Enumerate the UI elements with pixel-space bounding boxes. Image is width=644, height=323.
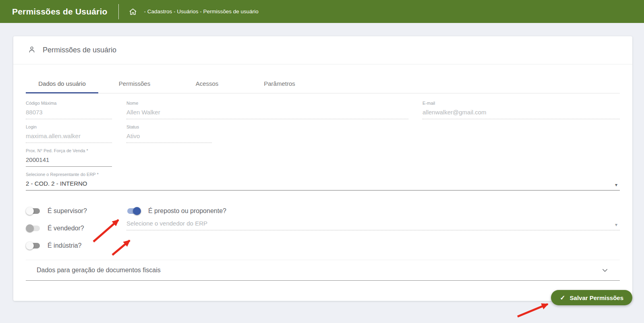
prox-num-pedido-value: 2000141 [26,156,112,167]
tab-dados-do-usuario[interactable]: Dados do usuário [26,74,98,93]
representante-erp-value: 2 - COD. 2 - INTERNO [26,180,620,190]
vendedor-toggle-label: É vendedor? [48,225,84,232]
login-field: Login maxima.allen.walker [26,124,112,143]
tab-bar: Dados do usuário Permissões Acessos Parâ… [26,74,620,93]
fiscal-documents-panel-title: Dados para geração de documentos fiscais [37,267,161,274]
supervisor-toggle[interactable]: É supervisor? [26,202,87,219]
login-value: maxima.allen.walker [26,133,112,143]
card-title: Permissões de usuário [43,46,116,54]
card-header: Permissões de usuário [13,36,632,64]
user-icon [28,46,36,55]
status-field: Status Ativo [126,124,212,143]
preposto-switch[interactable] [126,207,141,215]
check-icon: ✓ [560,294,565,302]
user-data-form: Código Máxima 88073 Nome Allen Walker E-… [13,93,632,281]
form-row: Código Máxima 88073 Nome Allen Walker E-… [26,101,620,124]
nome-value: Allen Walker [126,109,408,119]
email-value: allenwalker@gmail.com [422,109,620,119]
form-row: Selecione o Representante do ERP * 2 - C… [26,172,620,196]
email-label: E-mail [422,101,620,106]
representante-erp-select[interactable]: Selecione o Representante do ERP * 2 - C… [26,172,620,190]
prox-num-pedido-field[interactable]: Prox. N° Ped. Força de Venda * 2000141 [26,148,112,167]
supervisor-switch[interactable] [26,207,41,215]
switch-thumb [26,224,34,232]
home-icon[interactable] [128,7,137,16]
nome-label: Nome [126,101,408,106]
save-button-label: Salvar Permissões [570,294,623,301]
switch-thumb [26,207,34,215]
form-row: Prox. N° Ped. Força de Venda * 2000141 [26,148,620,172]
prox-num-pedido-label: Prox. N° Ped. Força de Venda * [26,148,112,153]
vendedor-switch [26,224,41,232]
codigo-maxima-value: 88073 [26,109,112,119]
save-permissions-button[interactable]: ✓ Salvar Permissões [551,290,632,305]
annotation-arrow-save-button [518,304,548,317]
supervisor-toggle-label: É supervisor? [48,207,87,215]
status-value: Ativo [126,133,212,143]
fiscal-documents-panel[interactable]: Dados para geração de documentos fiscais [26,260,620,281]
page-title: Permissões de Usuário [12,7,107,17]
login-label: Login [26,124,112,130]
status-label: Status [126,124,212,130]
industria-switch[interactable] [26,242,41,250]
permissions-card: Permissões de usuário Dados do usuário P… [13,36,632,301]
toggle-row: É indústria? [26,237,620,254]
tab-permissoes[interactable]: Permissões [98,74,171,93]
vendedor-toggle: É vendedor? [26,219,84,237]
codigo-maxima-label: Código Máxima [26,101,112,106]
form-row: Login maxima.allen.walker Status Ativo [26,124,620,148]
tab-parametros[interactable]: Parâmetros [243,74,316,93]
switch-thumb [26,242,34,250]
email-field: E-mail allenwalker@gmail.com [422,101,620,119]
chevron-down-icon [601,267,609,274]
preposto-toggle[interactable]: É preposto ou proponente? [126,202,226,219]
switch-thumb [133,207,141,215]
industria-toggle[interactable]: É indústria? [26,237,82,254]
toggle-row: É vendedor? Selecione o vendedor do ERP … [26,219,620,237]
nome-field: Nome Allen Walker [126,101,408,119]
header-divider [118,4,119,19]
toggle-row: É supervisor? É preposto ou proponente? [26,202,620,219]
vendedor-erp-placeholder: Selecione o vendedor do ERP [126,220,620,230]
page: Permissões de Usuário - Cadastros - Usuá… [0,0,644,323]
tab-acessos[interactable]: Acessos [171,74,243,93]
preposto-toggle-label: É preposto ou proponente? [148,207,226,215]
industria-toggle-label: É indústria? [48,242,82,249]
vendedor-erp-select: Selecione o vendedor do ERP ▾ [126,220,620,230]
representante-erp-label: Selecione o Representante do ERP * [26,172,620,177]
toggle-section: É supervisor? É preposto ou proponente? [26,202,620,254]
app-header: Permissões de Usuário - Cadastros - Usuá… [0,0,644,23]
codigo-maxima-field: Código Máxima 88073 [26,101,112,119]
breadcrumb: - Cadastros - Usuários - Permissões de u… [144,8,258,14]
